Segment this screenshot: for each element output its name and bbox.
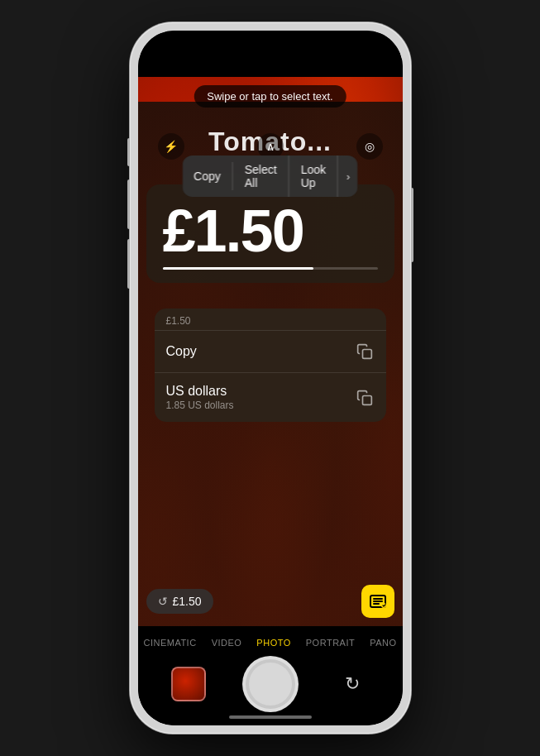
silent-switch	[127, 138, 130, 166]
progress-bar	[163, 267, 378, 270]
copy-item-left: Copy	[166, 344, 197, 359]
flip-icon: ↻	[345, 673, 360, 695]
usd-item-left: US dollars 1.85 US dollars	[166, 384, 234, 411]
mode-photo[interactable]: PHOTO	[256, 638, 290, 648]
screen: Swipe or tap to select text. Tomato... C…	[138, 31, 403, 725]
mode-portrait[interactable]: PORTRAIT	[306, 638, 355, 648]
chevron-up-icon: ∧	[266, 140, 275, 153]
menu-currency-header: £1.50	[155, 309, 386, 330]
context-menu-top: Copy Select All Look Up ›	[182, 156, 358, 197]
photo-thumbnail[interactable]	[171, 667, 206, 701]
dynamic-island	[233, 41, 308, 64]
shutter-button[interactable]	[242, 656, 299, 712]
more-button[interactable]: ›	[338, 162, 358, 190]
swipe-hint-text: Swipe or tap to select text.	[207, 90, 332, 103]
phone-screen: Swipe or tap to select text. Tomato... C…	[138, 31, 403, 725]
volume-up-button[interactable]	[127, 179, 130, 229]
bottom-overlay: ↺ £1.50	[146, 585, 394, 618]
copy-button-top[interactable]: Copy	[182, 162, 233, 190]
look-up-button[interactable]: Look Up	[289, 156, 338, 197]
flash-button[interactable]: ⚡	[158, 133, 184, 160]
usd-item-subtitle: 1.85 US dollars	[166, 400, 234, 411]
currency-icon: ↺	[158, 595, 168, 608]
flash-icon: ⚡	[164, 140, 178, 153]
camera-controls: ↻	[138, 656, 403, 712]
svg-rect-1	[362, 395, 371, 404]
price-display: £1.50	[163, 201, 378, 261]
live-text-button[interactable]	[361, 585, 394, 618]
mode-pano[interactable]: PANO	[370, 638, 396, 648]
copy-menu-item[interactable]: Copy	[155, 330, 386, 372]
copy-icon	[355, 342, 375, 361]
live-text-icon	[368, 591, 388, 611]
usd-item-title: US dollars	[166, 384, 234, 399]
camera-viewfinder[interactable]: Swipe or tap to select text. Tomato... C…	[138, 77, 403, 626]
price-tag: ↺ £1.50	[146, 589, 213, 614]
phone-frame: Swipe or tap to select text. Tomato... C…	[130, 22, 411, 734]
price-card: £1.50	[146, 184, 394, 283]
chevron-right-icon: ›	[346, 171, 350, 183]
currency-context-menu: £1.50 Copy	[155, 309, 386, 422]
price-tag-value: £1.50	[173, 595, 202, 608]
select-all-button[interactable]: Select All	[233, 156, 289, 197]
mode-video[interactable]: VIDEO	[212, 638, 242, 648]
volume-down-button[interactable]	[127, 239, 130, 289]
camera-bar: CINEMATIC VIDEO PHOTO PORTRAIT PANO ↻	[138, 626, 403, 725]
copy-item-title: Copy	[166, 344, 197, 359]
camera-flip-button[interactable]: ↻	[335, 667, 370, 701]
camera-modes: CINEMATIC VIDEO PHOTO PORTRAIT PANO	[143, 626, 396, 648]
progress-fill	[163, 267, 313, 270]
live-photo-button[interactable]: ◎	[356, 133, 383, 160]
power-button[interactable]	[411, 188, 413, 262]
live-photo-icon: ◎	[365, 140, 375, 153]
mode-cinematic[interactable]: CINEMATIC	[143, 638, 196, 648]
swipe-hint-banner: Swipe or tap to select text.	[194, 85, 346, 108]
svg-point-6	[381, 603, 386, 608]
usd-copy-icon	[355, 388, 375, 408]
home-indicator	[229, 715, 312, 719]
svg-rect-0	[362, 350, 371, 359]
usd-menu-item[interactable]: US dollars 1.85 US dollars	[155, 372, 386, 422]
